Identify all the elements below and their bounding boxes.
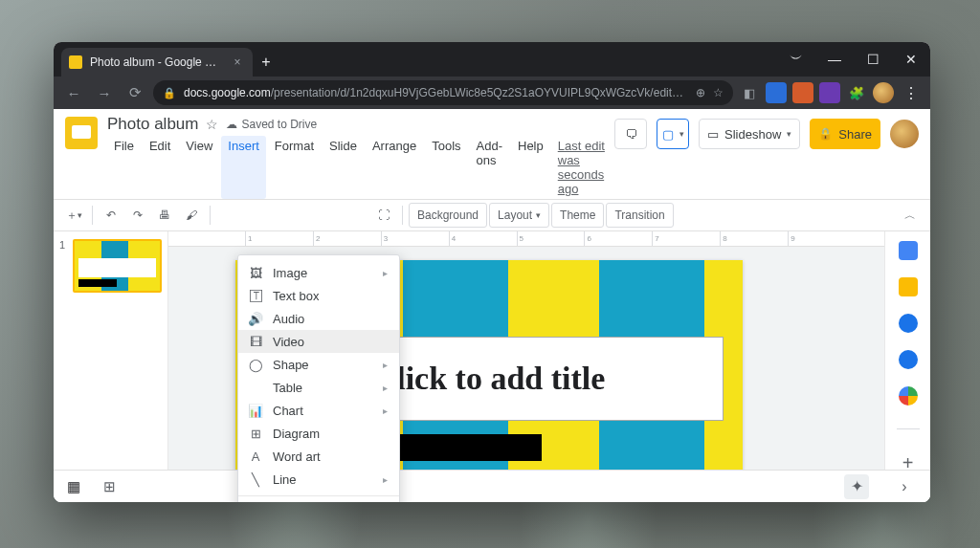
- caret-down-icon: ▾: [787, 129, 791, 139]
- toolbar: ＋▾ ↶ ↷ 🖶 🖌 ⛶ Background Layout▾ Theme Tr…: [54, 199, 930, 231]
- extension-icon[interactable]: [819, 82, 840, 103]
- extension-icon[interactable]: [792, 82, 813, 103]
- menu-help[interactable]: Help: [511, 136, 550, 199]
- insert-image[interactable]: 🖼Image▸: [238, 261, 399, 284]
- insert-table[interactable]: Table▸: [238, 376, 399, 399]
- menu-add-ons[interactable]: Add-ons: [470, 136, 509, 199]
- tab-close-icon[interactable]: ×: [230, 55, 245, 69]
- saved-status[interactable]: ☁ Saved to Drive: [226, 118, 317, 131]
- transition-button[interactable]: Transition: [606, 203, 673, 228]
- address-bar[interactable]: 🔒 docs.google.com/presentation/d/1n2dqxu…: [153, 80, 733, 105]
- insert-text-box[interactable]: 🅃Text box: [238, 284, 399, 307]
- bookmark-star-icon[interactable]: ☆: [713, 86, 724, 99]
- background-button[interactable]: Background: [409, 203, 487, 228]
- window-maximize-button[interactable]: ☐: [854, 42, 892, 77]
- insert-chart[interactable]: 📊Chart▸: [238, 399, 399, 422]
- audio-icon: 🔊: [248, 312, 263, 326]
- keep-icon[interactable]: [899, 277, 918, 296]
- tab-title: Photo album - Google Slides: [90, 55, 222, 69]
- menu-edit[interactable]: Edit: [143, 136, 177, 199]
- insert-menu-dropdown: 🖼Image▸🅃Text box🔊Audio🎞Video◯Shape▸Table…: [237, 254, 400, 502]
- extension-icon[interactable]: [766, 82, 787, 103]
- thumbnail-number: 1: [59, 239, 69, 293]
- text-box-icon: 🅃: [248, 289, 263, 303]
- last-edit-link[interactable]: Last edit was seconds ago: [558, 136, 605, 199]
- submenu-arrow-icon: ▸: [383, 360, 388, 370]
- video-icon: 🎞: [248, 335, 263, 349]
- lock-icon: 🔒: [163, 87, 176, 99]
- zoom-fit-button[interactable]: ⛶: [371, 203, 396, 228]
- view-switcher: ▦ ⊞ ✦ ›: [54, 470, 930, 502]
- collapse-toolbar-button[interactable]: ︿: [898, 203, 923, 228]
- present-with-meet-button[interactable]: ▢ ▾: [657, 119, 689, 149]
- slides-favicon-icon: [69, 55, 82, 69]
- insert-audio[interactable]: 🔊Audio: [238, 307, 399, 330]
- extension-icon[interactable]: ◧: [739, 82, 760, 103]
- insert-video[interactable]: 🎞Video: [238, 330, 399, 353]
- browser-menu-button[interactable]: ⋮: [900, 84, 923, 102]
- maps-icon[interactable]: [899, 386, 918, 406]
- menu-file[interactable]: File: [107, 136, 141, 199]
- window-minimize-button[interactable]: —: [815, 42, 854, 77]
- shape-icon: ◯: [248, 358, 263, 372]
- filmstrip-view-button[interactable]: ▦: [67, 478, 80, 495]
- profile-avatar[interactable]: [873, 82, 894, 103]
- menu-insert[interactable]: Insert: [221, 136, 266, 199]
- back-button[interactable]: ←: [61, 80, 86, 105]
- install-app-icon[interactable]: ⊕: [696, 86, 705, 99]
- menu-tools[interactable]: Tools: [425, 136, 467, 199]
- explore-button[interactable]: ✦: [844, 474, 869, 499]
- share-button[interactable]: 🔒 Share: [810, 119, 880, 149]
- diagram-icon: ⊞: [248, 427, 263, 441]
- window-close-button[interactable]: ✕: [892, 42, 930, 77]
- play-icon: ▭: [707, 127, 719, 142]
- browser-titlebar: Photo album - Google Slides × + ︶ — ☐ ✕: [54, 42, 930, 77]
- star-icon[interactable]: ☆: [206, 117, 218, 132]
- window-minimize-button[interactable]: ︶: [777, 42, 815, 77]
- menu-format[interactable]: Format: [268, 136, 321, 199]
- browser-tab[interactable]: Photo album - Google Slides ×: [61, 48, 253, 77]
- undo-button[interactable]: ↶: [99, 203, 123, 228]
- slides-logo-icon[interactable]: [65, 117, 98, 149]
- calendar-icon[interactable]: [899, 241, 918, 260]
- slide-thumbnail[interactable]: [73, 239, 162, 293]
- contacts-icon[interactable]: [899, 350, 918, 369]
- image-icon: 🖼: [248, 266, 263, 280]
- extensions-puzzle-icon[interactable]: 🧩: [846, 82, 867, 103]
- line-icon: ╲: [248, 472, 263, 487]
- url-text: docs.google.com/presentation/d/1n2dqxuH9…: [184, 86, 688, 99]
- new-slide-button[interactable]: ＋▾: [61, 203, 86, 228]
- submenu-arrow-icon: ▸: [383, 383, 388, 393]
- insert-line[interactable]: ╲Line▸: [238, 468, 399, 491]
- forward-button[interactable]: →: [92, 80, 117, 105]
- chart-icon: 📊: [248, 404, 263, 418]
- redo-button[interactable]: ↷: [125, 203, 150, 228]
- menu-arrange[interactable]: Arrange: [366, 136, 423, 199]
- comment-history-button[interactable]: 🗨: [614, 119, 647, 149]
- grid-view-button[interactable]: ⊞: [103, 478, 116, 495]
- insert-diagram[interactable]: ⊞Diagram: [238, 422, 399, 445]
- app-header: Photo album ☆ ☁ Saved to Drive FileEditV…: [54, 109, 930, 199]
- lock-icon: 🔒: [818, 127, 833, 141]
- insert-shape[interactable]: ◯Shape▸: [238, 353, 399, 376]
- slideshow-button[interactable]: ▭ Slideshow ▾: [699, 119, 800, 149]
- hide-side-panel-button[interactable]: ›: [892, 478, 917, 495]
- print-button[interactable]: 🖶: [152, 203, 177, 228]
- tasks-icon[interactable]: [899, 314, 918, 333]
- cloud-icon: ☁: [226, 118, 237, 131]
- insert-word-art[interactable]: AWord art: [238, 445, 399, 468]
- reload-button[interactable]: ⟳: [122, 80, 147, 105]
- layout-button[interactable]: Layout▾: [489, 203, 549, 228]
- thumbnail-panel: 1: [54, 231, 168, 502]
- word-art-icon: A: [248, 449, 263, 464]
- theme-button[interactable]: Theme: [551, 203, 604, 228]
- menu-view[interactable]: View: [179, 136, 219, 199]
- paint-format-button[interactable]: 🖌: [179, 203, 204, 228]
- new-tab-button[interactable]: +: [253, 48, 279, 77]
- document-title[interactable]: Photo album: [107, 115, 198, 134]
- horizontal-ruler: 123456789: [168, 231, 884, 247]
- account-avatar[interactable]: [890, 120, 919, 148]
- submenu-arrow-icon: ▸: [383, 406, 388, 416]
- menu-slide[interactable]: Slide: [323, 136, 364, 199]
- menubar: FileEditViewInsertFormatSlideArrangeTool…: [107, 136, 605, 199]
